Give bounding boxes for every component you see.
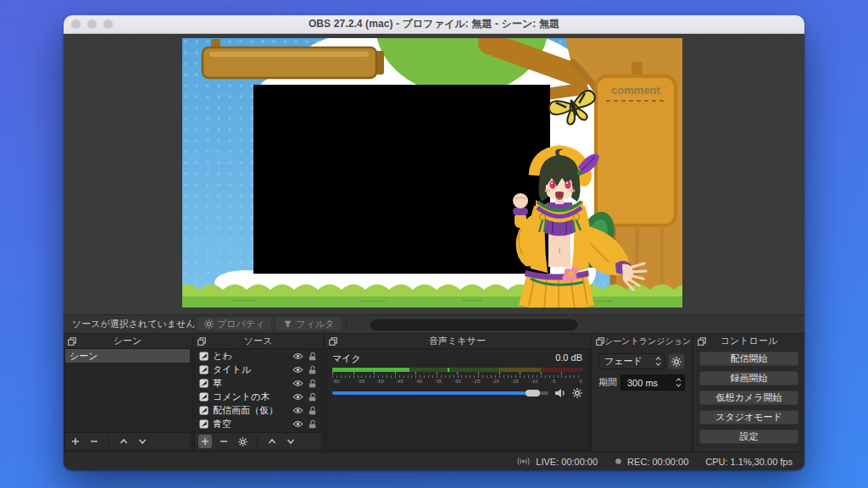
capture-screen-placeholder — [253, 85, 550, 274]
image-source-icon — [199, 365, 209, 374]
controls-panel: コントロール 配信開始 録画開始 仮想カメラ開始 スタジオモード 設定 終了 — [693, 334, 804, 452]
remove-scene-button[interactable] — [87, 435, 101, 448]
cpu-fps-status: CPU: 1.1%,30.00 fps — [705, 457, 793, 467]
plus-icon — [201, 437, 209, 446]
transition-settings-button[interactable] — [668, 353, 685, 369]
scene-list: シーン — [65, 349, 190, 432]
source-list-item[interactable]: 草 — [195, 376, 321, 390]
window-title: OBS 27.2.4 (mac) - プロファイル: 無題 - シーン: 無題 — [64, 17, 804, 31]
chevron-down-icon — [287, 437, 295, 446]
move-source-up-button[interactable] — [265, 435, 279, 448]
mixer-panel-header[interactable]: 音声ミキサー — [325, 334, 590, 348]
speaker-icon[interactable] — [554, 388, 566, 398]
gear-icon — [204, 319, 214, 329]
dock-icon — [68, 337, 76, 346]
broadcast-icon — [516, 457, 531, 466]
obs-window: OBS 27.2.4 (mac) - プロファイル: 無題 - シーン: 無題 — [64, 15, 804, 470]
sources-panel: ソース とわ タイトル — [193, 334, 325, 452]
visibility-eye-icon[interactable] — [292, 352, 303, 360]
scenes-panel: シーン シーン — [64, 334, 193, 452]
close-window-button[interactable] — [71, 19, 81, 29]
source-toolbar: ソースが選択されていません プロパティ フィルタ — [64, 314, 804, 334]
filters-button[interactable]: フィルタ — [275, 317, 342, 331]
lock-icon[interactable] — [308, 352, 317, 361]
sources-panel-header[interactable]: ソース — [193, 334, 323, 348]
visibility-eye-icon[interactable] — [292, 366, 303, 374]
source-list-item[interactable]: タイトル — [195, 363, 321, 376]
preview-scrollbar[interactable] — [370, 319, 577, 330]
image-source-icon — [199, 379, 209, 388]
add-source-button[interactable] — [198, 435, 212, 448]
image-source-icon — [199, 392, 209, 402]
move-source-down-button[interactable] — [284, 435, 298, 448]
source-list-item[interactable]: 青空 — [195, 417, 321, 430]
transitions-panel-title: シーントランジション — [604, 336, 699, 347]
chevron-up-icon — [268, 437, 276, 446]
toolbar-divider — [346, 319, 347, 330]
move-scene-down-button[interactable] — [136, 435, 149, 448]
lock-icon[interactable] — [308, 379, 317, 388]
controls-panel-title: コントロール — [706, 335, 800, 347]
lock-icon[interactable] — [308, 419, 317, 429]
gear-icon[interactable] — [572, 388, 582, 398]
volume-slider[interactable] — [332, 391, 548, 395]
minimize-window-button[interactable] — [87, 19, 97, 29]
dock-panels: シーン シーン ソース — [64, 334, 804, 452]
exit-button[interactable]: 終了 — [699, 449, 798, 451]
lock-icon[interactable] — [308, 392, 317, 402]
image-source-icon — [199, 352, 209, 361]
remove-source-button[interactable] — [217, 435, 231, 448]
preview-canvas[interactable]: comment — [182, 38, 682, 308]
visibility-eye-icon[interactable] — [292, 407, 303, 414]
zoom-window-button[interactable] — [103, 19, 113, 29]
scenes-panel-header[interactable]: シーン — [64, 334, 192, 348]
transition-select[interactable]: フェード — [598, 353, 665, 369]
start-virtual-camera-button[interactable]: 仮想カメラ開始 — [699, 391, 798, 405]
volume-slider-handle[interactable] — [526, 390, 540, 396]
mixer-panel-title: 音声ミキサー — [337, 335, 586, 347]
scenes-panel-title: シーン — [76, 335, 187, 347]
record-dot-icon — [615, 458, 622, 465]
duration-input[interactable]: 300 ms — [620, 374, 685, 391]
meter-major-ticks — [332, 372, 582, 374]
start-recording-button[interactable]: 録画開始 — [699, 371, 798, 385]
source-list-item[interactable]: とわ — [195, 349, 321, 363]
add-scene-button[interactable] — [69, 435, 82, 448]
dock-icon — [198, 337, 206, 346]
studio-mode-button[interactable]: スタジオモード — [699, 410, 798, 424]
dock-icon — [698, 337, 706, 346]
filter-icon — [283, 319, 292, 329]
source-list-item[interactable]: コメントの木 — [195, 390, 321, 403]
mixer-channel-name: マイク — [332, 352, 361, 365]
transitions-panel-header[interactable]: シーントランジション — [592, 334, 692, 348]
visibility-eye-icon[interactable] — [292, 393, 303, 401]
visibility-eye-icon[interactable] — [292, 380, 303, 387]
start-streaming-button[interactable]: 配信開始 — [699, 352, 798, 366]
move-scene-up-button[interactable] — [117, 435, 131, 448]
volume-slider-fill — [332, 391, 533, 395]
dock-icon — [596, 337, 604, 346]
source-list-item[interactable]: 配信画面（仮） — [195, 403, 321, 417]
settings-button[interactable]: 設定 — [699, 430, 798, 444]
image-source-icon — [199, 419, 209, 429]
footer-divider — [257, 436, 258, 447]
source-properties-button[interactable] — [236, 435, 249, 448]
status-bar: LIVE: 00:00:00 REC: 00:00:00 CPU: 1.1%,3… — [64, 452, 804, 470]
lock-icon[interactable] — [308, 365, 317, 374]
comment-box: comment — [596, 62, 676, 225]
visibility-eye-icon[interactable] — [292, 420, 303, 428]
dock-icon — [329, 337, 337, 346]
lock-icon[interactable] — [308, 406, 317, 415]
title-bar[interactable]: OBS 27.2.4 (mac) - プロファイル: 無題 - シーン: 無題 — [64, 15, 804, 34]
chevron-up-icon — [120, 437, 128, 446]
grass-band — [182, 285, 682, 308]
rec-status: REC: 00:00:00 — [615, 457, 688, 467]
live-status: LIVE: 00:00:00 — [516, 457, 598, 467]
properties-button[interactable]: プロパティ — [197, 317, 272, 331]
gear-icon — [671, 357, 682, 367]
scene-list-item[interactable]: シーン — [65, 349, 190, 363]
plus-icon — [71, 437, 80, 446]
spinner-stepper-icon[interactable] — [676, 377, 682, 388]
meter-scale-labels: -60-55 -50-45 -40-35 -30-25 -20-15 -10-5… — [332, 378, 582, 385]
controls-panel-header[interactable]: コントロール — [693, 334, 804, 348]
